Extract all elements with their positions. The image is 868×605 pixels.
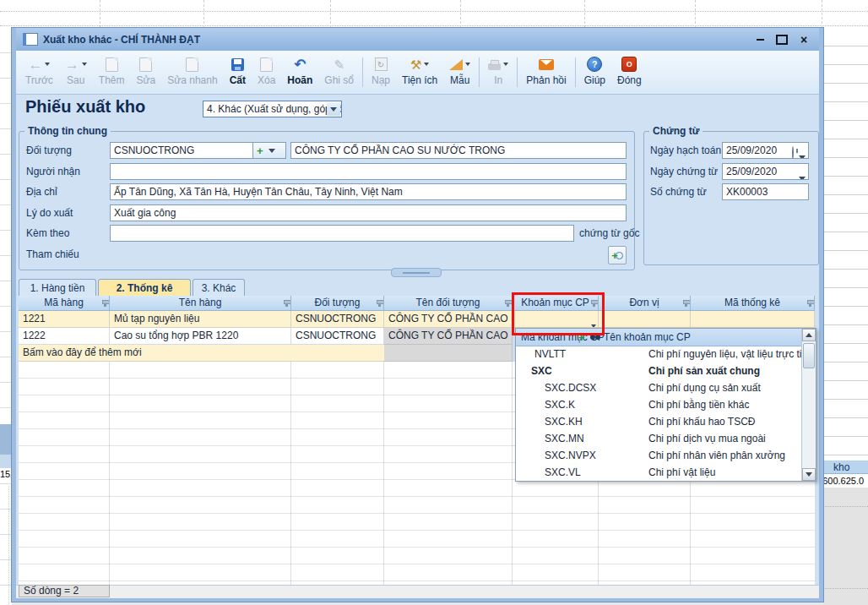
ngay-hach-toan-input[interactable]: 25/09/2020 (722, 142, 809, 159)
close-window-button[interactable]: O Đóng (611, 52, 648, 92)
so-chung-tu-input[interactable]: XK00003 (722, 183, 809, 200)
minimize-button[interactable] (751, 32, 768, 47)
column-header-ten-doi-tuong[interactable]: Tên đối tượng (384, 296, 513, 311)
chevron-down-icon[interactable] (269, 149, 275, 153)
calendar-clock-icon[interactable] (792, 145, 794, 159)
template-button[interactable]: Mẫu (443, 52, 476, 92)
save-button[interactable]: Cất (224, 52, 252, 92)
cell-ma-hang[interactable]: 1222 (19, 328, 110, 345)
tab-thong-ke[interactable]: 2. Thống kê (98, 279, 191, 296)
doi-tuong-name-input[interactable]: CÔNG TY CỔ PHẦN CAO SU NƯỚC TRONG (290, 142, 627, 159)
feedback-button[interactable]: Phản hồi (520, 52, 572, 92)
column-header-ma-hang[interactable]: Mã hàng (19, 296, 110, 311)
voucher-type-select[interactable]: 4. Khác (Xuất sử dụng, góp vốn, .. (203, 101, 342, 117)
splitter-handle[interactable] (391, 268, 442, 277)
cell-doi-tuong[interactable]: CSNUOCTRONG (291, 328, 384, 345)
column-header-don-vi[interactable]: Đơn vị (599, 296, 691, 311)
printer-icon (488, 63, 501, 70)
scroll-down-button[interactable] (802, 468, 816, 481)
nguoi-nhan-input[interactable] (110, 163, 627, 180)
undo-button[interactable]: ↶ Hoãn (281, 52, 318, 92)
tools-icon: ⚒ (410, 58, 421, 71)
add-object-icon[interactable]: + (257, 145, 263, 156)
cell-ten-doi-tuong[interactable]: CÔNG TY CỔ PHẦN CAO (384, 328, 513, 345)
list-item[interactable]: SXC.NVPX Chi phí nhân viên phân xưởng (516, 447, 802, 464)
template-ruler-icon (449, 59, 463, 70)
list-item[interactable]: SXC.DCSX Chi phí dụng cụ sản xuất (516, 379, 802, 396)
list-item[interactable]: SXC.K Chi phí bằng tiền khác (516, 396, 802, 413)
cell-ma-thong-ke[interactable] (691, 311, 815, 328)
list-item[interactable]: SXC.KH Chi phí khấu hao TSCĐ (516, 413, 802, 430)
khoan-muc-cp-dropdown: Mã khoản mục CP + Tên khoản mục CP NVLTT… (515, 328, 816, 482)
delete-button[interactable]: Xóa (252, 52, 281, 92)
reload-button[interactable]: ↻ Nạp (366, 52, 396, 92)
document-legend: Chứng từ (649, 125, 703, 137)
cell-ten-hang[interactable]: Mủ tạp nguyên liệu (110, 311, 291, 328)
pin-icon[interactable] (285, 300, 288, 307)
document-add-icon (106, 57, 118, 72)
close-button[interactable]: × (795, 32, 812, 47)
cell-don-vi[interactable] (599, 311, 691, 328)
next-button[interactable]: → Sau (59, 52, 93, 92)
grid-column-line (512, 362, 513, 585)
edit-button[interactable]: Sửa (130, 52, 161, 92)
chevron-down-icon[interactable] (799, 170, 806, 180)
list-item[interactable]: SXC.MN Chi phí dịch vụ mua ngoài (516, 430, 802, 447)
add-new-row-readonly-cell (384, 345, 513, 362)
pin-icon[interactable] (104, 300, 106, 307)
background-left-strip: 152 (0, 28, 12, 605)
column-header-ten-hang[interactable]: Tên hàng (110, 296, 291, 311)
utilities-button[interactable]: ⚒ Tiện ích (396, 52, 443, 92)
maximize-button[interactable] (773, 32, 790, 47)
quick-edit-button[interactable]: Sửa nhanh (161, 52, 223, 92)
window-icon (23, 33, 38, 46)
tham-chieu-label: Tham chiếu (26, 246, 79, 263)
close-icon: × (800, 34, 807, 46)
post-button[interactable]: ✎ Ghi sổ (318, 52, 360, 92)
list-item[interactable]: SXC Chi phí sản xuất chung (516, 362, 802, 379)
doi-tuong-code-input[interactable]: CSNUOCTRONG (110, 142, 253, 159)
toolbar: ← Trước → Sau Thêm Sửa Sửa nhanh Cất Xóa (16, 51, 819, 95)
pin-icon[interactable] (507, 300, 509, 307)
column-header-doi-tuong[interactable]: Đối tượng (291, 296, 384, 311)
pin-icon[interactable] (378, 300, 381, 307)
dropdown-scrollbar[interactable] (801, 329, 816, 481)
ngay-chung-tu-input[interactable]: 25/09/2020 (722, 163, 809, 180)
background-bottom-strip (12, 602, 823, 605)
document-edit-icon (139, 57, 152, 72)
tab-hang-tien[interactable]: 1. Hàng tiền (19, 279, 96, 296)
tham-chieu-add-button[interactable]: + (608, 246, 627, 264)
cell-ma-hang[interactable]: 1221 (19, 311, 110, 328)
ngay-hach-toan-label: Ngày hạch toán (650, 142, 721, 159)
cell-doi-tuong[interactable]: CSNUOCTRONG (291, 311, 384, 328)
prev-button[interactable]: ← Trước (19, 52, 59, 92)
toolbar-separator (517, 57, 518, 87)
add-new-row[interactable]: Bấm vào đây để thêm mới (19, 345, 384, 362)
cell-ten-doi-tuong[interactable]: CÔNG TY CỔ PHẦN CAO (384, 311, 513, 328)
pin-icon[interactable] (809, 300, 811, 307)
ly-do-xuat-input[interactable]: Xuất gia công (110, 204, 627, 221)
chevron-down-icon[interactable] (327, 102, 340, 116)
kem-theo-suffix: chứng từ gốc (579, 225, 639, 242)
background-spreadsheet-right (823, 28, 868, 488)
chevron-down-icon[interactable] (799, 149, 806, 159)
tab-khac[interactable]: 3. Khác (193, 279, 245, 296)
so-chung-tu-label: Số chứng từ (650, 183, 707, 200)
column-header-ma-thong-ke[interactable]: Mã thống kê (691, 296, 815, 311)
cell-ten-hang[interactable]: Cao su tổng hợp PBR 1220 (110, 328, 291, 345)
kem-theo-input[interactable] (110, 225, 574, 242)
doi-tuong-combo-buttons[interactable]: + (252, 142, 286, 159)
scrollbar-thumb[interactable] (803, 343, 815, 368)
window-titlebar[interactable]: Xuất kho khác - CHÍ THÀNH ĐẠT × (16, 28, 819, 51)
save-icon (231, 58, 244, 71)
dia-chi-input[interactable]: Ấp Tân Dũng, Xã Tân Hà, Huyện Tân Châu, … (110, 183, 627, 200)
window-title: Xuất kho khác - CHÍ THÀNH ĐẠT (43, 34, 746, 46)
list-item[interactable]: SXC.VL Chi phí vật liệu (516, 464, 802, 481)
print-button[interactable]: In (482, 52, 514, 92)
list-item[interactable]: NVLTT Chi phí nguyên liệu, vật liệu trực… (516, 346, 802, 362)
help-button[interactable]: ? Giúp (578, 52, 611, 92)
add-button[interactable]: Thêm (93, 52, 131, 92)
grid-column-line (290, 362, 291, 585)
pin-icon[interactable] (685, 300, 687, 307)
scroll-up-button[interactable] (802, 329, 816, 341)
